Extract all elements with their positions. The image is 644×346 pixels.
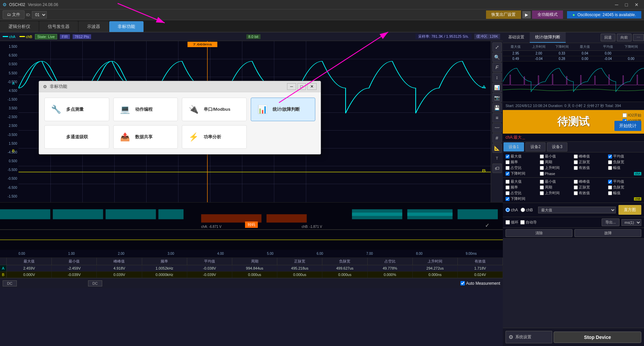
cb-chb-amp[interactable]: 幅值 — [608, 191, 642, 196]
cb-cha-min[interactable]: 最小值 — [540, 154, 573, 159]
dialog-item-multichannel[interactable]: 〰 多通道级联 — [44, 125, 109, 149]
dialog-item-modbus[interactable]: 🔌 串口/Modbus — [182, 98, 247, 121]
start-stat-btn[interactable]: 开始统计 — [614, 121, 641, 131]
dialog-max-btn[interactable]: □ — [297, 83, 306, 90]
back-btn[interactable]: 回退 — [601, 34, 615, 41]
cb-chb-neg[interactable]: 负脉宽 — [608, 185, 642, 190]
file-menu-btn[interactable]: 🗂 文件 — [3, 10, 25, 19]
ruler-btn[interactable]: 📐 — [492, 143, 502, 153]
dialog-item-stats[interactable]: 📊 统计/故障判断 — [251, 98, 316, 121]
full-mode-btn[interactable]: 全功能模式 — [532, 10, 563, 19]
cb-chb-fall[interactable]: 下降时间 — [506, 196, 539, 201]
cb-cha-phase[interactable]: Phase — [540, 171, 573, 176]
forward-btn[interactable]: 向前 — [617, 34, 632, 41]
cb-cha-rms[interactable]: 有效值 — [574, 165, 607, 170]
cb-chb-min[interactable]: 最小值 — [540, 179, 573, 184]
radio-chb[interactable]: chB — [521, 208, 533, 212]
cb-chb-period[interactable]: 周期 — [540, 185, 573, 190]
cb-cha-max[interactable]: 最大值 — [506, 154, 539, 159]
histogram-btn[interactable]: 📊 — [492, 83, 502, 92]
cb-chb-rms[interactable]: 有效值 — [574, 191, 607, 196]
device-tab-2[interactable]: 设备2 — [525, 142, 546, 151]
transcode-btn[interactable]: 转码 — [245, 221, 258, 228]
dialog-item-datashare[interactable]: 📤 数据共享 — [113, 125, 178, 149]
cb-cha-avg[interactable]: 平均值 — [608, 154, 642, 159]
sys-settings-btn[interactable]: ⚙ 系统设置 — [506, 331, 552, 343]
stat-col-fall2: 下降时间 — [619, 44, 643, 50]
sample-rate: 采样率: 781.3K / 1.953125 S/s. — [415, 34, 472, 39]
more-btn[interactable]: ⋯ — [633, 34, 644, 41]
maximize-btn[interactable]: □ — [622, 1, 631, 8]
screenshot-btn[interactable]: 📷 — [492, 93, 502, 102]
loop-check-label[interactable]: 循环 — [506, 220, 518, 225]
zoom-in-btn[interactable]: 🔍 — [492, 53, 502, 62]
status-box: 待测试 IO2开始 IO3报警 开始统计 — [503, 110, 644, 134]
check-mark: ✓ — [485, 222, 489, 229]
dialog-item-action[interactable]: 💻 动作编程 — [113, 98, 178, 121]
meas-select[interactable]: 最大值 最小值 峰峰值 频率 — [538, 207, 616, 213]
cb-cha-period[interactable]: 周期 — [540, 160, 573, 165]
io2-check-label[interactable]: IO2开始 — [622, 113, 641, 118]
cb-chb-max[interactable]: 最大值 — [506, 179, 539, 184]
loop-checkbox[interactable] — [506, 220, 510, 224]
tab-stats-fault[interactable]: 统计/故障判断 — [530, 32, 566, 43]
export-btn[interactable]: 导出... — [602, 218, 619, 226]
f-btn[interactable]: F — [492, 63, 502, 72]
clear-btn[interactable]: 清除 — [506, 229, 572, 237]
auto-meas-checkbox[interactable] — [460, 281, 465, 285]
tag-btn[interactable]: 🏷 — [492, 164, 502, 173]
mem-info: 缓冲区: 128K — [474, 34, 500, 39]
wave-btn[interactable]: 〰 — [492, 123, 502, 133]
ch-a-left-marker: A — [12, 81, 14, 85]
auto-guide-label[interactable]: 自动导 — [520, 220, 537, 225]
cb-cha-neg[interactable]: 负脉宽 — [608, 160, 642, 165]
dialog-min-btn[interactable]: ─ — [287, 83, 296, 90]
cb-chb-rise[interactable]: 上升时间 — [540, 191, 573, 196]
dialog-item-multipoint[interactable]: 🔧 多点测量 — [44, 98, 109, 121]
controls-row: 循环 自动导 导出... ms(1) ms(2) s(1) — [503, 217, 644, 228]
meas-row-b: B 0.000V -0.039V 0.039V 0.0000kHz -0.039… — [0, 272, 503, 278]
tab-oscilloscope[interactable]: 示波器 — [79, 21, 109, 32]
device-tab-3[interactable]: 设备3 — [547, 142, 567, 151]
auto-guide-checkbox[interactable] — [520, 220, 525, 224]
tab-logic-analyzer[interactable]: 逻辑分析仪 — [0, 21, 39, 32]
dc-a-btn[interactable]: DC — [3, 280, 17, 286]
minimize-btn[interactable]: ─ — [612, 1, 621, 8]
hist-btn[interactable]: 直方图 — [618, 205, 641, 215]
cb-chb-pos[interactable]: 正脉宽 — [574, 185, 607, 190]
io2-checkbox[interactable] — [622, 113, 627, 117]
id-select[interactable]: 01 — [32, 11, 47, 19]
tab-signal-gen[interactable]: 信号发生器 — [39, 21, 78, 32]
cb-chb-pp[interactable]: 峰峰值 — [574, 179, 607, 184]
cb-cha-freq[interactable]: 频率 — [506, 160, 539, 165]
grid-btn[interactable]: # — [492, 133, 502, 143]
cb-cha-pos[interactable]: 正脉宽 — [574, 160, 607, 165]
cb-chb-avg[interactable]: 平均值 — [608, 179, 642, 184]
cb-cha-rise[interactable]: 上升时间 — [540, 165, 573, 170]
arrow-up-btn[interactable]: ↕ — [492, 73, 502, 82]
close-btn[interactable]: ✕ — [632, 1, 641, 8]
ms-select[interactable]: ms(1) ms(2) s(1) — [621, 219, 641, 226]
cb-cha-fall[interactable]: 下降时间 — [506, 171, 539, 176]
layers-btn[interactable]: ≡ — [492, 113, 502, 123]
dc-b-btn[interactable]: DC — [88, 280, 102, 286]
dialog-item-power[interactable]: ⚡ 功率分析 — [182, 125, 247, 149]
oscilloscope-area: chA chB State: Live FIR 7812 Pts 8.0 bit… — [0, 32, 503, 346]
tab-nonstandard[interactable]: 非标功能 — [109, 21, 144, 32]
bit-depth: 8.0 bit — [246, 34, 260, 39]
cb-chb-freq[interactable]: 频率 — [506, 185, 539, 190]
cb-chb-duty[interactable]: 占空比 — [506, 191, 539, 196]
zoom-fit-btn[interactable]: ⤢ — [492, 42, 502, 52]
tab-basic-settings[interactable]: 基础设置 — [503, 32, 530, 43]
fault-btn[interactable]: 故障 — [574, 229, 641, 237]
stop-device-btn[interactable]: Stop Device — [554, 332, 641, 343]
cb-cha-pp[interactable]: 峰峰值 — [574, 154, 607, 159]
radio-cha[interactable]: chA — [506, 208, 518, 212]
save-btn[interactable]: 💾 — [492, 103, 502, 112]
cb-cha-amp[interactable]: 幅值 — [608, 165, 642, 170]
device-tab-1[interactable]: 设备1 — [504, 142, 524, 151]
arrow-btn[interactable]: ▶ — [522, 11, 531, 19]
restore-btn[interactable]: 恢复出厂设置 — [486, 10, 521, 19]
dialog-close-btn[interactable]: ✕ — [307, 83, 317, 90]
cb-cha-duty[interactable]: 占空比 — [506, 165, 539, 170]
